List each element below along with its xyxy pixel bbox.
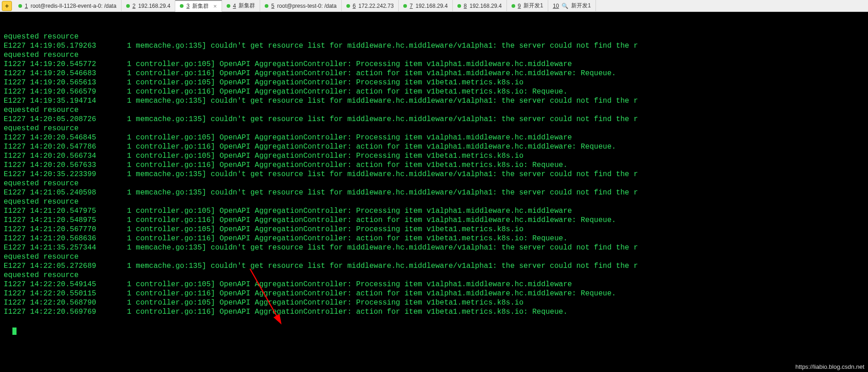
terminal-line: I1227 14:21:20.568636 1 controller.go:11…	[4, 234, 864, 243]
tab-number: 3	[186, 3, 189, 9]
connection-status-icon	[227, 4, 230, 8]
tab-4[interactable]: 4 新集群	[222, 0, 261, 12]
terminal-line: I1227 14:22:20.549145 1 controller.go:10…	[4, 280, 864, 289]
terminal-line: E1227 14:20:35.223399 1 memcache.go:135]…	[4, 170, 864, 179]
terminal-line: equested resource	[4, 50, 864, 60]
tab-number: 9	[518, 3, 521, 9]
terminal-line: E1227 14:19:05.179263 1 memcache.go:135]…	[4, 41, 864, 50]
terminal-line: equested resource	[4, 32, 864, 41]
terminal-line: equested resource	[4, 124, 864, 133]
terminal-output[interactable]: equested resourceE1227 14:19:05.179263 1…	[0, 12, 868, 372]
terminal-line: I1227 14:19:20.565613 1 controller.go:10…	[4, 78, 864, 87]
tab-8[interactable]: 8 192.168.29.4	[453, 0, 507, 12]
tab-label: 新开发1	[523, 2, 543, 10]
terminal-lines: equested resourceE1227 14:19:05.179263 1…	[4, 32, 864, 316]
new-tab-button[interactable]: +	[2, 1, 12, 11]
terminal-line: I1227 14:21:20.547975 1 controller.go:10…	[4, 206, 864, 216]
tab-label: 新开发1	[571, 2, 591, 10]
tab-number: 8	[464, 3, 467, 9]
tab-number: 7	[410, 3, 413, 9]
tabs-container: 1 root@redis-ll-1128-event-a-0: /data2 1…	[14, 0, 596, 12]
tab-7[interactable]: 7 192.168.29.4	[399, 0, 453, 12]
terminal-line: I1227 14:22:20.550115 1 controller.go:11…	[4, 289, 864, 298]
tab-9[interactable]: 9 新开发1	[507, 0, 548, 12]
terminal-line: I1227 14:20:20.546845 1 controller.go:10…	[4, 133, 864, 142]
tab-number: 10	[553, 3, 559, 9]
tab-label: 172.22.242.73	[358, 3, 394, 9]
terminal-line: E1227 14:21:05.240598 1 memcache.go:135]…	[4, 188, 864, 197]
tab-2[interactable]: 2 192.168.29.4	[122, 0, 176, 12]
connection-status-icon	[346, 4, 350, 8]
terminal-line: E1227 14:20:05.208726 1 memcache.go:135]…	[4, 115, 864, 124]
terminal-line: E1227 14:21:35.257344 1 memcache.go:135]…	[4, 243, 864, 252]
tab-number: 4	[233, 3, 236, 9]
tab-label: 新集群	[239, 2, 255, 10]
connection-status-icon	[126, 4, 130, 8]
tab-label: 192.168.29.4	[138, 3, 170, 9]
tab-5[interactable]: 5 root@press-test-0: /data	[260, 0, 341, 12]
tab-bar: + 1 root@redis-ll-1128-event-a-0: /data2…	[0, 0, 868, 12]
tab-number: 1	[25, 3, 28, 9]
tab-label: 新集群	[192, 2, 209, 10]
terminal-line: equested resource	[4, 252, 864, 261]
terminal-line: E1227 14:19:35.194714 1 memcache.go:135]…	[4, 96, 864, 105]
watermark-text: https://liabio.blog.csdn.net	[796, 363, 864, 370]
terminal-line: I1227 14:20:20.547786 1 controller.go:11…	[4, 142, 864, 151]
terminal-line: equested resource	[4, 105, 864, 115]
connection-status-icon	[457, 4, 461, 8]
terminal-line: equested resource	[4, 197, 864, 206]
terminal-line: E1227 14:22:05.272689 1 memcache.go:135]…	[4, 261, 864, 271]
terminal-line: I1227 14:19:20.545772 1 controller.go:10…	[4, 60, 864, 69]
tab-label: 192.168.29.4	[416, 3, 448, 9]
terminal-line: equested resource	[4, 271, 864, 280]
terminal-line: equested resource	[4, 179, 864, 188]
close-tab-icon[interactable]: ×	[213, 3, 217, 10]
tab-label: root@redis-ll-1128-event-a-0: /data	[31, 3, 117, 9]
tab-6[interactable]: 6 172.22.242.73	[342, 0, 399, 12]
terminal-line: I1227 14:20:20.566734 1 controller.go:10…	[4, 151, 864, 161]
tab-number: 2	[133, 3, 136, 9]
terminal-line: I1227 14:19:20.546683 1 controller.go:11…	[4, 69, 864, 78]
tab-1[interactable]: 1 root@redis-ll-1128-event-a-0: /data	[14, 0, 122, 12]
search-icon: 🔍	[562, 3, 568, 9]
terminal-line: I1227 14:21:20.548975 1 controller.go:11…	[4, 216, 864, 225]
connection-status-icon	[403, 4, 407, 8]
terminal-line: I1227 14:21:20.567770 1 controller.go:10…	[4, 225, 864, 234]
terminal-cursor	[12, 328, 17, 335]
terminal-line: I1227 14:22:20.568790 1 controller.go:10…	[4, 298, 864, 307]
tab-label: root@press-test-0: /data	[277, 3, 337, 9]
tab-10[interactable]: 10🔍 新开发1	[548, 0, 596, 12]
terminal-line: I1227 14:19:20.566579 1 controller.go:11…	[4, 87, 864, 96]
connection-status-icon	[265, 4, 268, 8]
terminal-line: I1227 14:20:20.567633 1 controller.go:11…	[4, 161, 864, 170]
tab-3[interactable]: 3 新集群×	[175, 0, 222, 12]
connection-status-icon	[18, 4, 22, 8]
connection-status-icon	[512, 4, 515, 8]
connection-status-icon	[180, 4, 184, 8]
tab-number: 5	[271, 3, 274, 9]
plus-icon: +	[5, 2, 9, 10]
tab-number: 6	[353, 3, 356, 9]
terminal-line: I1227 14:22:20.569769 1 controller.go:11…	[4, 307, 864, 316]
tab-label: 192.168.29.4	[470, 3, 502, 9]
